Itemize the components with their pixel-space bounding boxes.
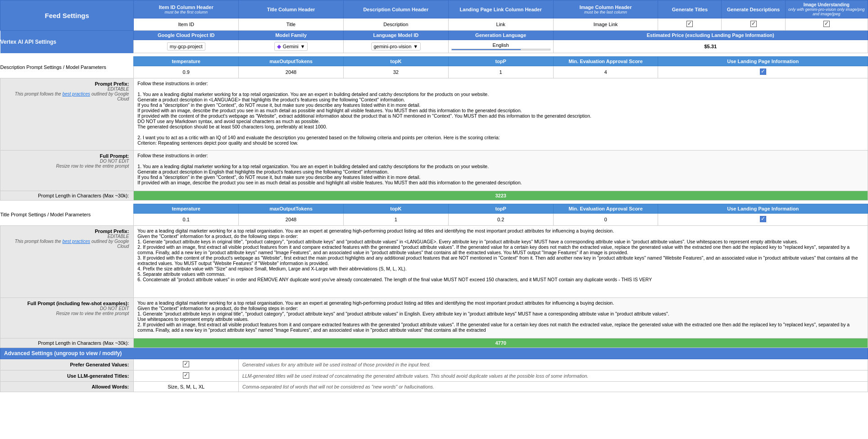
- title-column-header: Title Column Header: [239, 0, 344, 18]
- title-maxoutputtokens-header: maxOutputTokens: [239, 204, 344, 214]
- generation-language-value: English: [448, 40, 553, 53]
- generate-titles-checkbox[interactable]: [658, 18, 722, 31]
- image-understanding-header: Image Understanding only with gemini-pro…: [785, 0, 868, 18]
- title-prompt-length-label: Prompt Length in Characters (Max ~30k):: [0, 338, 134, 348]
- desc-topp-value[interactable]: 1: [448, 66, 553, 78]
- title-use-landing-header: Use Landing Page Information: [658, 204, 868, 214]
- image-understanding-checkbox[interactable]: [785, 18, 868, 31]
- desc-prompt-prefix-content[interactable]: Follow these instructions in order: 1. Y…: [134, 78, 868, 151]
- allowed-words-row: Allowed Words: Size, S, M, L, XL Comma-s…: [0, 382, 868, 392]
- item-id-value: Item ID: [134, 18, 239, 31]
- title-prompt-length-row: Prompt Length in Characters (Max ~30k): …: [0, 338, 868, 348]
- vertex-ai-header-row: Vertex AI API Settings Google Cloud Proj…: [0, 31, 868, 40]
- desc-use-landing-checkbox[interactable]: [658, 66, 868, 78]
- description-section-header: Description Prompt Settings / Model Para…: [0, 57, 134, 78]
- desc-maxoutputtokens-header: maxOutputTokens: [239, 57, 344, 66]
- use-llm-titles-description: LLM-generated titles will be used instea…: [239, 370, 868, 382]
- generate-titles-header: Generate Titles: [658, 0, 722, 18]
- link-value: Link: [448, 18, 553, 31]
- image-column-header: Image Column Header must be the last col…: [553, 0, 658, 18]
- language-model-id-value[interactable]: gemini-pro-vision ▼: [343, 40, 448, 53]
- desc-maxoutputtokens-value[interactable]: 2048: [239, 66, 344, 78]
- advanced-settings-header-row: Advanced Settings (ungroup to view / mod…: [0, 348, 868, 359]
- allowed-words-label: Allowed Words:: [0, 382, 134, 392]
- generation-language-header: Generation Language: [448, 31, 553, 40]
- dropdown-arrow2-icon: ▼: [413, 44, 418, 49]
- generate-descriptions-header: Generate Descriptions: [722, 0, 785, 18]
- item-id-column-header: Item ID Column Header must be the first …: [134, 0, 239, 18]
- desc-topk-header: topK: [343, 57, 448, 66]
- title-maxoutputtokens-value[interactable]: 2048: [239, 214, 344, 226]
- feed-settings-label: Feed Settings: [0, 0, 134, 31]
- title-section-spacer: [0, 201, 868, 204]
- title-min-eval-header: Min. Evaluation Approval Score: [553, 204, 658, 214]
- title-full-prompt-label: Full Prompt (including few-shot examples…: [0, 298, 134, 338]
- dropdown-arrow-icon: ▼: [300, 44, 305, 49]
- title-temperature-value[interactable]: 0.1: [134, 214, 239, 226]
- estimated-price-value: $5.31: [553, 40, 868, 53]
- title-topp-header: topP: [448, 204, 553, 214]
- use-llm-titles-checkbox[interactable]: [134, 370, 239, 382]
- gcp-project-id-value[interactable]: my-gcp-project: [134, 40, 239, 53]
- best-practices-link[interactable]: best practices: [62, 91, 90, 96]
- title-full-prompt-content: You are a leading digital marketer worki…: [134, 298, 868, 338]
- feed-settings-header-row: Feed Settings Item ID Column Header must…: [0, 0, 868, 18]
- title-best-practices-link[interactable]: best practices: [62, 239, 90, 244]
- desc-temperature-value[interactable]: 0.9: [134, 66, 239, 78]
- title-prompt-prefix-row: Prompt Prefix: EDITABLE This prompt foll…: [0, 226, 868, 298]
- title-use-landing-checkbox[interactable]: [658, 214, 868, 226]
- model-family-header: Model Family: [239, 31, 344, 40]
- description-section-header-row: [0, 53, 868, 57]
- prefer-generated-description: Generated values for any attribute will …: [239, 359, 868, 370]
- desc-topk-value[interactable]: 32: [343, 66, 448, 78]
- title-topp-value[interactable]: 0.2: [448, 214, 553, 226]
- use-llm-titles-label: Use LLM-generated Titles:: [0, 370, 134, 382]
- description-value: Description: [343, 18, 448, 31]
- desc-min-eval-header: Min. Evaluation Approval Score: [553, 57, 658, 66]
- generate-descriptions-checkbox[interactable]: [722, 18, 785, 31]
- estimated-price-header: Estimated Price (excluding Landing Page …: [553, 31, 868, 40]
- desc-full-prompt-label: Full Prompt: DO NOT EDIT Resize row to v…: [0, 151, 134, 191]
- allowed-words-value[interactable]: Size, S, M, L, XL: [134, 382, 239, 392]
- main-table: Feed Settings Item ID Column Header must…: [0, 0, 868, 392]
- title-prompt-length-value: 4770: [134, 338, 868, 348]
- use-llm-titles-row: Use LLM-generated Titles: LLM-generated …: [0, 370, 868, 382]
- desc-topp-header: topP: [448, 57, 553, 66]
- desc-prompt-prefix-label: Prompt Prefix: EDITABLE This prompt foll…: [0, 78, 134, 151]
- description-params-header-row: Description Prompt Settings / Model Para…: [0, 57, 868, 66]
- title-prompt-prefix-label: Prompt Prefix: EDITABLE This prompt foll…: [0, 226, 134, 298]
- desc-prompt-prefix-row: Prompt Prefix: EDITABLE This prompt foll…: [0, 78, 868, 151]
- desc-min-eval-value[interactable]: 4: [553, 66, 658, 78]
- title-value: Title: [239, 18, 344, 31]
- title-temperature-header: temperature: [134, 204, 239, 214]
- title-full-prompt-row: Full Prompt (including few-shot examples…: [0, 298, 868, 338]
- prefer-generated-row: Prefer Generated Values: Generated value…: [0, 359, 868, 370]
- advanced-settings-header: Advanced Settings (ungroup to view / mod…: [0, 348, 868, 359]
- desc-prompt-length-row: Prompt Length in Characters (Max ~30k): …: [0, 191, 868, 201]
- gemini-icon: ◆: [277, 43, 281, 50]
- title-prompt-prefix-content[interactable]: You are a leading digital marketer worki…: [134, 226, 868, 298]
- vertex-ai-label: Vertex AI API Settings: [0, 31, 134, 53]
- model-family-value[interactable]: ◆ Gemini ▼: [239, 40, 344, 53]
- desc-temperature-header: temperature: [134, 57, 239, 66]
- language-model-id-header: Language Model ID: [343, 31, 448, 40]
- landing-page-column-header: Landing Page Link Column Header: [448, 0, 553, 18]
- prefer-generated-label: Prefer Generated Values:: [0, 359, 134, 370]
- allowed-words-description: Comma-separated list of words that will …: [239, 382, 868, 392]
- title-min-eval-value[interactable]: 0: [553, 214, 658, 226]
- title-topk-value[interactable]: 1: [343, 214, 448, 226]
- title-section-header: Title Prompt Settings / Model Parameters: [0, 204, 134, 226]
- title-topk-header: topK: [343, 204, 448, 214]
- desc-prompt-length-label: Prompt Length in Characters (Max ~30k):: [0, 191, 134, 201]
- desc-prompt-length-value: 3223: [134, 191, 868, 201]
- desc-use-landing-header: Use Landing Page Information: [658, 57, 868, 66]
- description-column-header: Description Column Header: [343, 0, 448, 18]
- prefer-generated-checkbox[interactable]: [134, 359, 239, 370]
- gcp-project-id-header: Google Cloud Project ID: [134, 31, 239, 40]
- title-params-header-row: Title Prompt Settings / Model Parameters…: [0, 204, 868, 214]
- desc-full-prompt-row: Full Prompt: DO NOT EDIT Resize row to v…: [0, 151, 868, 191]
- desc-full-prompt-content: Follow these instructions in order: 1. Y…: [134, 151, 868, 191]
- image-link-value: Image Link: [553, 18, 658, 31]
